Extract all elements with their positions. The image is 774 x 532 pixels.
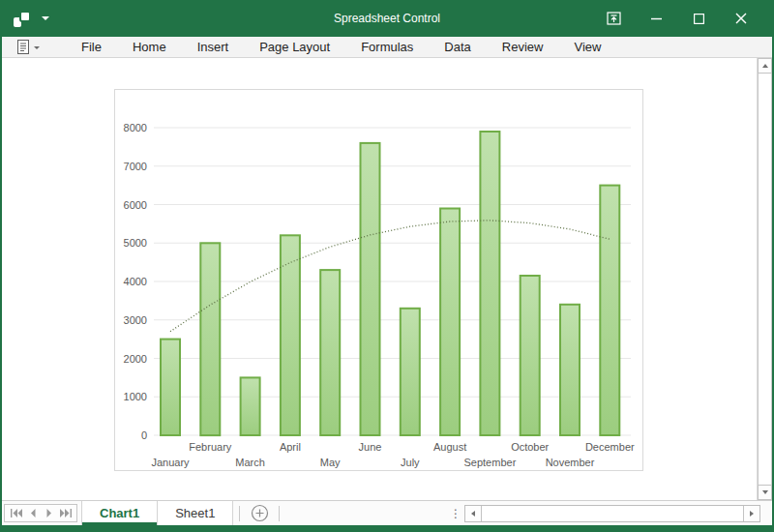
svg-text:March: March bbox=[235, 457, 265, 468]
maximize-button[interactable] bbox=[677, 0, 720, 37]
svg-text:September: September bbox=[463, 457, 516, 468]
menu-item-review[interactable]: Review bbox=[487, 37, 559, 57]
app-window: Spreadsheet Control bbox=[0, 0, 774, 532]
document-menu-caret-icon bbox=[34, 46, 40, 49]
document-list-icon bbox=[15, 39, 31, 55]
status-bar bbox=[0, 525, 774, 532]
dock-window-button[interactable] bbox=[592, 0, 635, 37]
titlebar-buttons bbox=[561, 0, 774, 37]
svg-text:8000: 8000 bbox=[124, 122, 147, 133]
next-sheet-button[interactable] bbox=[42, 505, 56, 522]
menubar: FileHomeInsertPage LayoutFormulasDataRev… bbox=[0, 37, 774, 58]
menu-item-file[interactable]: File bbox=[66, 37, 117, 57]
titlebar: Spreadsheet Control bbox=[0, 0, 774, 37]
scroll-down-button[interactable] bbox=[758, 485, 772, 500]
app-icon-square-big bbox=[19, 11, 31, 22]
close-icon bbox=[735, 13, 747, 24]
chart-bar-september[interactable] bbox=[480, 132, 499, 435]
close-button[interactable] bbox=[720, 0, 762, 37]
arrow-left-icon bbox=[471, 511, 475, 517]
sheet-tabstrip: Chart1Sheet1 ⋮ bbox=[0, 500, 774, 525]
svg-text:April: April bbox=[280, 441, 301, 453]
sheet-tab-chart1[interactable]: Chart1 bbox=[81, 501, 158, 525]
chart-bar-january[interactable] bbox=[161, 340, 180, 435]
titlebar-left bbox=[0, 11, 213, 27]
app-icon[interactable] bbox=[14, 11, 32, 27]
sheet-tab-label: Chart1 bbox=[100, 506, 139, 520]
minimize-icon bbox=[651, 17, 662, 20]
svg-text:August: August bbox=[433, 441, 466, 453]
scroll-up-button[interactable] bbox=[758, 58, 772, 74]
horizontal-scrollbar[interactable] bbox=[464, 505, 760, 522]
add-sheet-plus-icon bbox=[251, 504, 269, 522]
svg-text:5000: 5000 bbox=[124, 237, 147, 249]
chart-bar-november[interactable] bbox=[560, 305, 580, 435]
chart-x-axis-labels: JanuaryFebruaryMarchAprilMayJuneJulyAugu… bbox=[151, 441, 635, 468]
svg-text:4000: 4000 bbox=[124, 276, 147, 287]
chart-trendline[interactable] bbox=[170, 221, 610, 332]
dock-window-icon bbox=[607, 12, 621, 25]
sheet-nav-buttons bbox=[4, 504, 77, 522]
scroll-right-button[interactable] bbox=[743, 506, 759, 521]
chart-bar-december[interactable] bbox=[600, 186, 619, 435]
svg-text:2000: 2000 bbox=[124, 353, 147, 365]
maximize-icon bbox=[694, 14, 704, 24]
arrow-right-icon bbox=[750, 511, 754, 517]
menu-item-formulas[interactable]: Formulas bbox=[345, 37, 429, 57]
previous-sheet-icon bbox=[30, 509, 36, 517]
svg-text:November: November bbox=[546, 457, 595, 468]
content-area: 010002000300040005000600070008000January… bbox=[0, 58, 774, 500]
app-menu-caret-icon[interactable] bbox=[42, 16, 49, 20]
first-sheet-icon bbox=[11, 509, 22, 517]
horizontal-scrollbar-thumb[interactable] bbox=[482, 506, 743, 521]
svg-text:7000: 7000 bbox=[124, 161, 147, 172]
add-sheet-button[interactable] bbox=[246, 501, 273, 525]
svg-text:October: October bbox=[511, 441, 549, 453]
svg-text:June: June bbox=[359, 441, 382, 453]
vertical-scrollbar-thumb[interactable] bbox=[758, 74, 772, 485]
previous-sheet-button[interactable] bbox=[25, 505, 40, 522]
svg-text:6000: 6000 bbox=[124, 199, 147, 211]
menu-item-page-layout[interactable]: Page Layout bbox=[244, 37, 345, 57]
sheet-tabs: Chart1Sheet1 bbox=[81, 501, 233, 525]
scroll-left-button[interactable] bbox=[465, 506, 482, 521]
menu-item-insert[interactable]: Insert bbox=[182, 37, 245, 57]
tab-separator bbox=[239, 506, 240, 521]
document-menu-button[interactable] bbox=[0, 37, 48, 57]
menu-item-view[interactable]: View bbox=[558, 37, 616, 57]
chart[interactable]: 010002000300040005000600070008000January… bbox=[114, 89, 643, 471]
svg-text:July: July bbox=[401, 457, 420, 468]
chart-bar-july[interactable] bbox=[401, 309, 420, 435]
svg-text:1000: 1000 bbox=[124, 391, 147, 402]
menu-item-home[interactable]: Home bbox=[117, 37, 182, 57]
svg-text:3000: 3000 bbox=[124, 314, 147, 326]
chart-y-axis-labels: 010002000300040005000600070008000 bbox=[124, 122, 147, 441]
chart-bar-april[interactable] bbox=[281, 235, 300, 435]
tab-separator bbox=[279, 506, 280, 521]
next-sheet-icon bbox=[46, 509, 52, 517]
svg-text:0: 0 bbox=[141, 429, 147, 441]
chart-bar-august[interactable] bbox=[440, 209, 460, 436]
menu-item-data[interactable]: Data bbox=[429, 37, 486, 57]
svg-text:January: January bbox=[151, 457, 190, 468]
menu-items: FileHomeInsertPage LayoutFormulasDataRev… bbox=[66, 37, 616, 57]
chart-bar-october[interactable] bbox=[521, 276, 540, 435]
svg-text:May: May bbox=[320, 457, 341, 468]
chart-bar-june[interactable] bbox=[361, 143, 380, 435]
minimize-button[interactable] bbox=[635, 0, 677, 37]
chart-bar-february[interactable] bbox=[200, 243, 220, 435]
window-title: Spreadsheet Control bbox=[213, 12, 561, 25]
vertical-scrollbar[interactable] bbox=[757, 58, 772, 500]
arrow-up-icon bbox=[762, 64, 768, 68]
chart-bars bbox=[161, 132, 619, 435]
last-sheet-button[interactable] bbox=[58, 505, 73, 522]
chart-bar-march[interactable] bbox=[241, 377, 260, 435]
chart-bar-may[interactable] bbox=[320, 270, 340, 435]
svg-text:December: December bbox=[585, 441, 635, 453]
tab-scrollbar-splitter[interactable]: ⋮ bbox=[451, 501, 461, 526]
first-sheet-button[interactable] bbox=[9, 505, 23, 522]
sheet-tab-label: Sheet1 bbox=[175, 506, 215, 520]
svg-text:February: February bbox=[189, 441, 232, 453]
arrow-down-icon bbox=[762, 490, 768, 494]
sheet-tab-sheet1[interactable]: Sheet1 bbox=[158, 501, 233, 525]
